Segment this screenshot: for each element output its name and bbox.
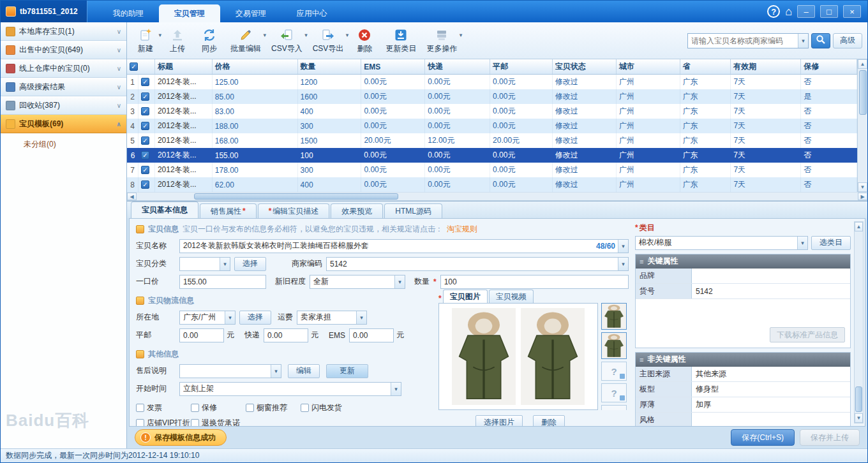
sidebar-subitem-ungrouped[interactable]: 未分组(0) xyxy=(1,133,126,150)
column-header-ems[interactable]: EMS xyxy=(361,59,425,74)
nav-tab-4[interactable]: 应用中心 xyxy=(281,4,343,22)
location-select[interactable]: 广东/广州 ▾ xyxy=(179,311,236,325)
aftersale-select[interactable]: ▾ xyxy=(179,364,281,378)
taobao-rules-link[interactable]: 淘宝规则 xyxy=(447,224,477,235)
scroll-left-icon[interactable]: ◀ xyxy=(127,193,137,200)
save-and-upload-button[interactable]: 保存并上传 xyxy=(800,429,860,446)
attr-value[interactable]: 修身型 xyxy=(692,382,850,397)
sidebar-item-6[interactable]: 宝贝模板(69)∧ xyxy=(1,115,126,133)
empty-image-slot-1[interactable]: ? xyxy=(601,362,627,381)
table-row[interactable]: 3✓2012冬装...83.004000.00元0.00元0.00元修改过广州广… xyxy=(127,104,857,119)
detail-tab-4[interactable]: 效果预览 xyxy=(331,203,383,218)
table-row[interactable]: 4✓2012冬装...188.003000.00元0.00元0.00元修改过广州… xyxy=(127,119,857,133)
help-icon[interactable]: ? xyxy=(767,5,780,18)
tab-item-video[interactable]: 宝贝视频 xyxy=(489,290,534,303)
column-header-warranty[interactable]: 保修 xyxy=(801,59,857,74)
scrollbar-thumb[interactable] xyxy=(194,193,398,200)
column-header-price[interactable]: 价格 xyxy=(213,59,298,74)
row-checkbox[interactable]: ✓ xyxy=(141,151,149,159)
table-row[interactable]: 6✓2012冬装...155.001000.00元0.00元0.00元修改过广州… xyxy=(127,148,857,163)
choose-category-button[interactable]: 选类目 xyxy=(811,236,851,250)
toolbar-update-category-button[interactable]: 更新类目 xyxy=(380,24,421,57)
toolbar-sync-button[interactable]: 同步 xyxy=(193,24,225,57)
detail-tab-1[interactable]: 宝贝基本信息 xyxy=(131,202,198,218)
chevron-down-icon[interactable]: ▾ xyxy=(220,258,230,270)
advanced-search-button[interactable]: 高级 xyxy=(833,33,862,48)
download-product-info-button[interactable]: 下载标准产品信息 xyxy=(770,327,845,342)
chevron-down-icon[interactable]: ▾ xyxy=(356,311,366,324)
nav-tab-2[interactable]: 宝贝管理 xyxy=(159,4,220,22)
attr-value[interactable] xyxy=(692,268,850,283)
update-aftersale-button[interactable]: 更新 xyxy=(326,364,368,378)
home-icon[interactable]: ⌂ xyxy=(785,6,792,17)
row-checkbox[interactable]: ✓ xyxy=(141,166,149,174)
attr-value[interactable]: 加厚 xyxy=(692,397,850,412)
edit-aftersale-button[interactable]: 编辑 xyxy=(288,364,320,378)
save-button[interactable]: 保存(Ctrl+S) xyxy=(731,429,795,446)
scroll-down-icon[interactable]: ▼ xyxy=(855,413,863,423)
quantity-input[interactable]: 100 xyxy=(440,275,629,289)
category-select[interactable]: 棉衣/棉服 ▾ xyxy=(635,236,808,250)
row-checkbox[interactable]: ✓ xyxy=(141,78,149,86)
attr-value[interactable]: 其他来源 xyxy=(692,367,850,381)
column-header-post[interactable]: 平邮 xyxy=(490,59,553,74)
ems-price-input[interactable]: 0.00 xyxy=(349,328,394,342)
search-input[interactable] xyxy=(688,36,798,45)
sidebar-item-1[interactable]: 本地库存宝贝(1)∨ xyxy=(1,22,126,41)
chevron-down-icon[interactable]: ▾ xyxy=(618,258,628,270)
product-photo-2[interactable] xyxy=(521,308,585,405)
attr-value[interactable]: 5142 xyxy=(692,284,850,298)
option-checkbox-3[interactable]: 橱窗推荐 xyxy=(246,400,301,415)
table-row[interactable]: 1✓2012冬装...125.0012000.00元0.00元0.00元修改过广… xyxy=(127,75,857,89)
tab-item-images[interactable]: 宝贝图片 xyxy=(443,290,488,303)
row-checkbox[interactable]: ✓ xyxy=(141,107,149,115)
detail-tab-2[interactable]: 销售属性* xyxy=(200,203,257,218)
row-checkbox[interactable]: ✓ xyxy=(141,180,149,189)
select-image-button[interactable]: 选择图片 xyxy=(475,415,523,427)
table-row[interactable]: 5✓2012冬装...168.00150020.00元12.00元20.00元修… xyxy=(127,133,857,148)
scroll-up-icon[interactable]: ▲ xyxy=(855,222,863,231)
detail-vertical-scrollbar[interactable]: ▲ ▼ xyxy=(854,221,864,423)
sidebar-item-3[interactable]: 线上仓库中的宝贝(0)∨ xyxy=(1,59,126,78)
sidebar-item-4[interactable]: 高级搜索结果∨ xyxy=(1,78,126,96)
maximize-button[interactable]: □ xyxy=(820,5,838,18)
minimize-button[interactable]: – xyxy=(797,5,815,18)
toolbar-upload-button[interactable]: 上传 xyxy=(161,24,193,57)
toolbar-csv-import-button[interactable]: CSV导入▾ xyxy=(266,24,308,57)
post-price-input[interactable]: 0.00 xyxy=(179,328,224,342)
search-button[interactable] xyxy=(811,33,830,48)
sidebar-item-2[interactable]: 出售中的宝贝(649)∨ xyxy=(1,41,126,59)
price-input[interactable]: 155.00 xyxy=(179,275,266,289)
column-header-status[interactable]: 宝贝状态 xyxy=(553,59,617,74)
sidebar-item-5[interactable]: 回收站(387)∨ xyxy=(1,96,126,115)
toolbar-new-button[interactable]: 新建▾ xyxy=(130,24,161,57)
toolbar-batch-edit-button[interactable]: 批量编辑▾ xyxy=(225,24,266,57)
empty-image-slot-3[interactable]: ? xyxy=(601,405,627,410)
vertical-scrollbar[interactable]: ▲ ▼ xyxy=(857,59,867,192)
option-checkbox-5[interactable]: 店铺VIP打折 xyxy=(136,415,191,427)
column-header-validity[interactable]: 有效期 xyxy=(731,59,801,74)
toolbar-delete-button[interactable]: 删除 xyxy=(348,24,380,57)
product-photo-1[interactable] xyxy=(452,308,516,405)
chevron-down-icon[interactable]: ▾ xyxy=(394,276,405,288)
table-row[interactable]: 8✓2012冬装...62.004000.00元0.00元0.00元修改过广州广… xyxy=(127,177,857,192)
detail-tab-3[interactable]: *编辑宝贝描述 xyxy=(258,203,330,218)
chevron-down-icon[interactable]: ▾ xyxy=(618,240,628,253)
horizontal-scrollbar[interactable]: ◀ ▶ xyxy=(127,192,867,201)
scroll-down-icon[interactable]: ▼ xyxy=(858,182,867,192)
nav-tab-1[interactable]: 我的助理 xyxy=(98,4,159,22)
column-header-province[interactable]: 省 xyxy=(680,59,731,74)
chevron-down-icon[interactable]: ▾ xyxy=(225,311,235,324)
option-checkbox-2[interactable]: 保修 xyxy=(191,400,246,415)
toolbar-more-operations-button[interactable]: 更多操作▾ xyxy=(421,24,462,57)
chevron-down-icon[interactable]: ▾ xyxy=(798,34,808,48)
item-class-select[interactable]: ▾ xyxy=(179,257,230,271)
express-price-input[interactable]: 0.00 xyxy=(264,328,308,342)
column-header-quantity[interactable]: 数量 xyxy=(298,59,362,74)
column-header-city[interactable]: 城市 xyxy=(617,59,680,74)
scroll-right-icon[interactable]: ▶ xyxy=(858,193,867,200)
delete-image-button[interactable]: 删除 xyxy=(533,415,565,427)
chevron-down-icon[interactable]: ▾ xyxy=(271,365,281,378)
photo-thumbnail-1[interactable] xyxy=(601,303,627,330)
empty-image-slot-2[interactable]: ? xyxy=(601,383,627,402)
